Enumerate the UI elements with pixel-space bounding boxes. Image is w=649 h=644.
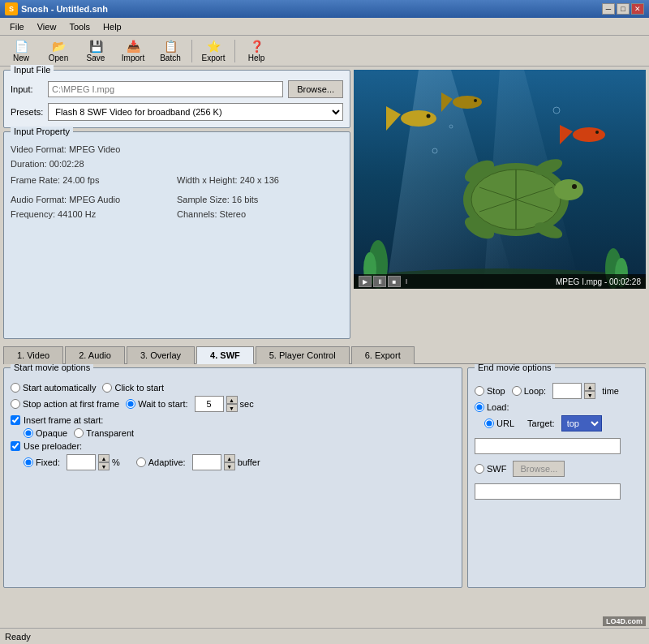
fixed-value-input[interactable]: 20 bbox=[67, 454, 96, 470]
stop-action-radio[interactable]: Stop action at first frame bbox=[11, 399, 119, 409]
svg-point-22 bbox=[453, 96, 482, 109]
import-button[interactable]: 📥 Import bbox=[115, 37, 151, 65]
url-radio[interactable]: URL bbox=[484, 419, 514, 428]
input-property-title: Input Property bbox=[11, 127, 73, 136]
svg-point-21 bbox=[427, 114, 431, 118]
tab-player-control[interactable]: 5. Player Control bbox=[256, 346, 350, 364]
loop-radio[interactable]: Loop: bbox=[512, 386, 547, 396]
loop-down-btn[interactable]: ▼ bbox=[584, 391, 595, 399]
menu-view[interactable]: View bbox=[31, 20, 63, 33]
tab-audio[interactable]: 2. Audio bbox=[65, 346, 125, 364]
input-label: Input: bbox=[11, 84, 43, 94]
insert-frame-checkbox[interactable] bbox=[11, 415, 20, 425]
window-title: Snosh - Untitled.snh bbox=[21, 4, 108, 14]
input-field[interactable] bbox=[48, 81, 283, 97]
help-icon: ❓ bbox=[248, 40, 264, 53]
swf-browse-button[interactable]: Browse... bbox=[513, 461, 565, 477]
wait-up-btn[interactable]: ▲ bbox=[226, 396, 238, 404]
tab-overlay[interactable]: 3. Overlay bbox=[127, 346, 195, 364]
adaptive-radio[interactable]: Adaptive: bbox=[136, 457, 186, 467]
menu-bar: File View Tools Help bbox=[0, 18, 649, 36]
insert-frame-label: Insert frame at start: bbox=[24, 415, 103, 425]
new-button[interactable]: 📄 New bbox=[3, 37, 39, 65]
menu-tools[interactable]: Tools bbox=[62, 20, 97, 33]
tab-content: Start movie options Start automatically … bbox=[0, 364, 649, 591]
target-label: Target: bbox=[527, 419, 555, 428]
export-button[interactable]: ⭐ Export bbox=[196, 37, 231, 65]
fixed-radio[interactable]: Fixed: bbox=[24, 457, 60, 467]
frame-rate: Frame Rate: 24.00 fps bbox=[11, 173, 177, 187]
maximize-button[interactable]: □ bbox=[617, 3, 630, 15]
loop-value-input[interactable]: 1 bbox=[552, 383, 582, 399]
svg-point-19 bbox=[401, 110, 436, 127]
batch-button[interactable]: 📋 Batch bbox=[153, 37, 188, 65]
swf-radio[interactable]: SWF bbox=[475, 464, 506, 474]
toolbar: 📄 New 📂 Open 💾 Save 📥 Import 📋 Batch ⭐ E… bbox=[0, 36, 649, 67]
input-file-title: Input File bbox=[11, 65, 54, 75]
close-button[interactable]: ✕ bbox=[631, 3, 644, 15]
wait-value-input[interactable]: 5 bbox=[195, 396, 224, 412]
play-button[interactable]: ▶ bbox=[359, 276, 372, 287]
tab-video[interactable]: 1. Video bbox=[3, 346, 63, 364]
adaptive-down-btn[interactable]: ▼ bbox=[224, 462, 235, 470]
duration: Duration: 00:02:28 bbox=[11, 157, 343, 171]
progress-bar[interactable] bbox=[406, 279, 407, 284]
minimize-button[interactable]: ─ bbox=[602, 3, 615, 15]
svg-point-25 bbox=[573, 127, 605, 142]
toolbar-separator-2 bbox=[234, 40, 235, 62]
use-preloader-checkbox[interactable] bbox=[11, 441, 20, 451]
url-input[interactable]: http://www.snosh.net bbox=[475, 438, 621, 454]
fixed-unit: % bbox=[112, 457, 120, 467]
tab-export[interactable]: 6. Export bbox=[351, 346, 415, 364]
loop-unit: time bbox=[602, 386, 619, 396]
toolbar-separator bbox=[191, 40, 192, 62]
preview-image: ▶ ⏸ ■ MPEG I.mpg - 00:02:28 bbox=[354, 70, 646, 289]
audio-format: Audio Format: MPEG Audio bbox=[11, 192, 177, 207]
adaptive-value-input[interactable]: 2.0 bbox=[192, 454, 221, 470]
title-bar: S Snosh - Untitled.snh ─ □ ✕ bbox=[0, 0, 649, 18]
input-file-group: Input File Input: Browse... Presets: Fla… bbox=[3, 70, 350, 128]
sample-size: Sample Size: 16 bits bbox=[177, 192, 343, 207]
preview-filename-duration: MPEG I.mpg - 00:02:28 bbox=[556, 277, 641, 286]
menu-file[interactable]: File bbox=[3, 20, 31, 33]
presets-label: Presets: bbox=[11, 107, 43, 117]
adaptive-up-btn[interactable]: ▲ bbox=[224, 454, 235, 462]
stop-radio[interactable]: Stop bbox=[475, 386, 505, 396]
batch-icon: 📋 bbox=[162, 40, 178, 53]
export-icon: ⭐ bbox=[205, 40, 221, 53]
tab-swf[interactable]: 4. SWF bbox=[196, 346, 254, 364]
svg-point-14 bbox=[572, 184, 577, 189]
help-button[interactable]: ❓ Help bbox=[239, 37, 274, 65]
frequency: Frequency: 44100 Hz bbox=[11, 207, 177, 221]
menu-help[interactable]: Help bbox=[97, 20, 128, 33]
click-start-radio[interactable]: Click to start bbox=[102, 383, 164, 393]
left-panel: Input File Input: Browse... Presets: Fla… bbox=[3, 70, 350, 339]
presets-select[interactable]: Flash 8 SWF Video for broadband (256 K) bbox=[48, 103, 343, 121]
browse-button[interactable]: Browse... bbox=[288, 80, 343, 98]
open-icon: 📂 bbox=[50, 40, 67, 53]
player-controls: ▶ ⏸ ■ bbox=[359, 276, 410, 287]
transparent-radio[interactable]: Transparent bbox=[74, 428, 134, 438]
wait-down-btn[interactable]: ▼ bbox=[226, 404, 238, 412]
watermark: LO4D.com bbox=[603, 616, 646, 626]
stop-button[interactable]: ■ bbox=[388, 276, 401, 287]
open-button[interactable]: 📂 Open bbox=[41, 37, 76, 65]
wait-start-radio[interactable]: Wait to start: bbox=[126, 399, 187, 409]
opaque-radio[interactable]: Opaque bbox=[24, 428, 67, 438]
start-auto-radio[interactable]: Start automatically bbox=[11, 383, 96, 393]
use-preloader-label: Use preloader: bbox=[24, 441, 82, 451]
fixed-down-btn[interactable]: ▼ bbox=[98, 462, 110, 470]
end-movie-section: End movie options Stop Loop: 1 ▲ ▼ bbox=[467, 367, 646, 588]
fixed-up-btn[interactable]: ▲ bbox=[98, 454, 110, 462]
swf-start-section: Start movie options Start automatically … bbox=[3, 367, 462, 588]
svg-point-13 bbox=[554, 179, 583, 200]
save-button[interactable]: 💾 Save bbox=[78, 37, 114, 65]
pause-button[interactable]: ⏸ bbox=[373, 276, 386, 287]
swf-path-input[interactable] bbox=[475, 483, 621, 500]
loop-up-btn[interactable]: ▲ bbox=[584, 383, 595, 391]
start-movie-title: Start movie options bbox=[11, 364, 93, 372]
target-select[interactable]: top bbox=[561, 415, 602, 431]
load-radio[interactable]: Load: bbox=[475, 402, 509, 412]
save-icon: 💾 bbox=[88, 40, 104, 53]
adaptive-unit: buffer bbox=[238, 457, 260, 467]
